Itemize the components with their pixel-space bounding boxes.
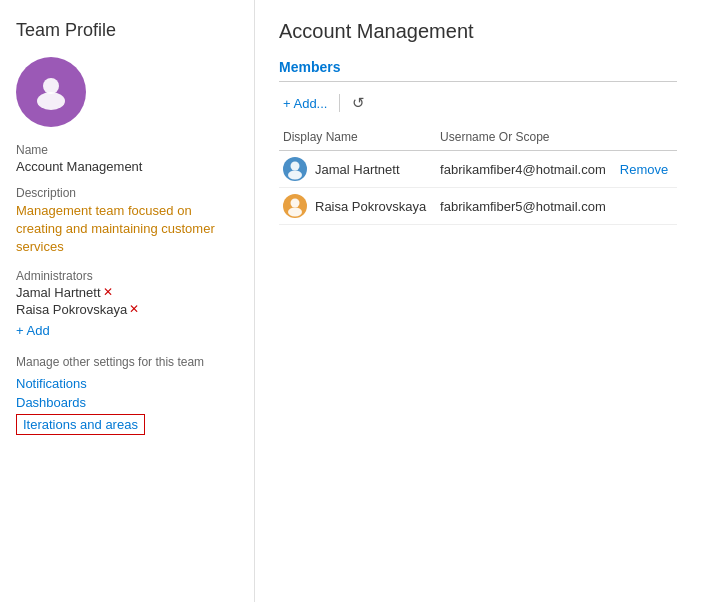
member-email-2: fabrikamfiber5@hotmail.com (436, 188, 616, 225)
add-admin-link[interactable]: + Add (16, 323, 50, 338)
administrators-label: Administrators (16, 269, 238, 283)
toolbar-divider (339, 94, 340, 112)
col-username: Username Or Scope (436, 126, 616, 151)
refresh-icon: ↺ (352, 94, 365, 112)
sidebar-title: Team Profile (16, 20, 238, 41)
member-email-1: fabrikamfiber4@hotmail.com (436, 151, 616, 188)
admin-name-1: Jamal Hartnett (16, 285, 101, 300)
name-label: Name (16, 143, 238, 157)
team-avatar (16, 57, 86, 127)
member-name-cell-1: Jamal Hartnett (279, 151, 436, 188)
name-value: Account Management (16, 159, 238, 174)
svg-point-2 (291, 162, 300, 171)
refresh-button[interactable]: ↺ (348, 92, 369, 114)
dashboards-link[interactable]: Dashboards (16, 395, 238, 410)
table-header-row: Display Name Username Or Scope (279, 126, 677, 151)
member-name-1: Jamal Hartnett (315, 162, 400, 177)
section-divider (279, 81, 677, 82)
manage-label: Manage other settings for this team (16, 354, 238, 371)
avatar-container (16, 57, 238, 127)
table-row: Raisa Pokrovskaya fabrikamfiber5@hotmail… (279, 188, 677, 225)
svg-point-0 (37, 92, 65, 110)
member-avatar-2 (283, 194, 307, 218)
main-content: Account Management Members + Add... ↺ Di… (255, 0, 701, 602)
sidebar: Team Profile Name Account Management Des… (0, 0, 255, 602)
notifications-link[interactable]: Notifications (16, 376, 238, 391)
members-table: Display Name Username Or Scope Jamal (279, 126, 677, 225)
admin-item-1: Jamal Hartnett ✕ (16, 285, 238, 300)
svg-point-5 (288, 208, 302, 217)
page-title: Account Management (279, 20, 677, 43)
svg-point-4 (291, 199, 300, 208)
svg-point-3 (288, 171, 302, 180)
member-name-cell-2: Raisa Pokrovskaya (279, 188, 436, 225)
col-action (616, 126, 677, 151)
description-value: Management team focused on creating and … (16, 202, 238, 257)
remove-member-1-link[interactable]: Remove (620, 162, 668, 177)
toolbar: + Add... ↺ (279, 92, 677, 114)
svg-point-1 (43, 78, 59, 94)
member-avatar-1 (283, 157, 307, 181)
table-row: Jamal Hartnett fabrikamfiber4@hotmail.co… (279, 151, 677, 188)
add-member-button[interactable]: + Add... (279, 94, 331, 113)
member-action-1: Remove (616, 151, 677, 188)
admin-name-2: Raisa Pokrovskaya (16, 302, 127, 317)
team-avatar-icon (29, 69, 73, 116)
member-name-2: Raisa Pokrovskaya (315, 199, 426, 214)
description-label: Description (16, 186, 238, 200)
col-display-name: Display Name (279, 126, 436, 151)
remove-admin-1-icon[interactable]: ✕ (103, 285, 113, 299)
admin-item-2: Raisa Pokrovskaya ✕ (16, 302, 238, 317)
remove-admin-2-icon[interactable]: ✕ (129, 302, 139, 316)
add-member-label: + Add... (283, 96, 327, 111)
member-action-2 (616, 188, 677, 225)
members-section-header: Members (279, 59, 677, 75)
iterations-areas-link[interactable]: Iterations and areas (16, 414, 145, 435)
